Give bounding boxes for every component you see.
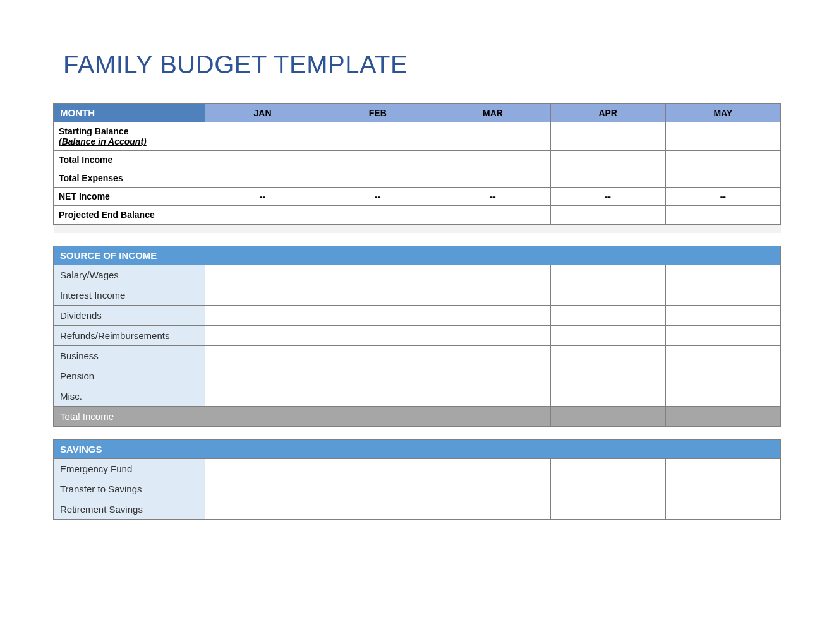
cell[interactable] (665, 122, 780, 151)
cell[interactable] (320, 346, 435, 366)
cell[interactable] (665, 285, 780, 306)
cell[interactable] (205, 386, 320, 407)
cell[interactable] (550, 459, 665, 479)
month-col-feb: FEB (320, 104, 435, 122)
cell[interactable] (550, 122, 665, 151)
cell[interactable] (205, 151, 320, 169)
cell[interactable] (435, 326, 550, 346)
cell[interactable] (550, 346, 665, 366)
cell[interactable]: -- (320, 188, 435, 206)
cell[interactable] (435, 366, 550, 386)
cell[interactable] (435, 346, 550, 366)
cell[interactable] (550, 366, 665, 386)
income-total-row: Total Income (54, 407, 781, 427)
income-table: SOURCE OF INCOME Salary/Wages Interest I… (53, 246, 781, 427)
cell[interactable] (665, 346, 780, 366)
cell[interactable] (320, 151, 435, 169)
cell[interactable] (550, 206, 665, 224)
cell[interactable] (550, 285, 665, 306)
savings-label: Emergency Fund (54, 459, 205, 479)
summary-row-total-income: Total Income (54, 151, 781, 169)
cell[interactable] (550, 306, 665, 326)
income-header: SOURCE OF INCOME (54, 246, 781, 265)
cell[interactable]: -- (205, 188, 320, 206)
cell[interactable] (550, 499, 665, 520)
income-label: Refunds/Reimbursements (54, 326, 205, 346)
cell[interactable] (320, 479, 435, 499)
cell[interactable] (665, 386, 780, 407)
cell[interactable] (435, 206, 550, 224)
cell[interactable] (320, 366, 435, 386)
income-total-label: Total Income (54, 407, 205, 427)
cell[interactable] (435, 122, 550, 151)
cell[interactable] (435, 499, 550, 520)
cell[interactable] (665, 366, 780, 386)
cell[interactable] (320, 122, 435, 151)
savings-table: SAVINGS Emergency Fund Transfer to Savin… (53, 439, 781, 520)
income-label: Dividends (54, 306, 205, 326)
cell[interactable] (665, 151, 780, 169)
row-sublabel-text: (Balance in Account) (59, 136, 200, 146)
cell[interactable] (665, 169, 780, 188)
cell[interactable] (665, 326, 780, 346)
cell[interactable] (205, 346, 320, 366)
income-row: Dividends (54, 306, 781, 326)
row-label: Total Expenses (54, 169, 205, 188)
cell[interactable] (665, 499, 780, 520)
cell[interactable] (205, 366, 320, 386)
cell[interactable] (665, 459, 780, 479)
cell[interactable] (665, 479, 780, 499)
cell[interactable] (320, 169, 435, 188)
cell[interactable] (320, 306, 435, 326)
cell[interactable] (550, 265, 665, 285)
cell[interactable] (435, 306, 550, 326)
cell[interactable] (665, 306, 780, 326)
cell (665, 407, 780, 427)
cell[interactable] (435, 265, 550, 285)
cell[interactable] (435, 479, 550, 499)
cell[interactable] (205, 265, 320, 285)
cell[interactable] (435, 386, 550, 407)
income-row: Pension (54, 366, 781, 386)
cell[interactable] (550, 169, 665, 188)
savings-header-row: SAVINGS (54, 440, 781, 459)
cell[interactable] (205, 306, 320, 326)
cell[interactable] (320, 459, 435, 479)
month-col-may: MAY (665, 104, 780, 122)
cell (320, 407, 435, 427)
cell[interactable] (205, 479, 320, 499)
cell[interactable] (205, 206, 320, 224)
savings-row: Retirement Savings (54, 499, 781, 520)
income-row: Refunds/Reimbursements (54, 326, 781, 346)
cell[interactable] (320, 499, 435, 520)
cell[interactable] (550, 326, 665, 346)
cell[interactable]: -- (665, 188, 780, 206)
cell[interactable]: -- (550, 188, 665, 206)
summary-row-total-expenses: Total Expenses (54, 169, 781, 188)
savings-header: SAVINGS (54, 440, 781, 459)
cell[interactable] (320, 386, 435, 407)
cell[interactable] (205, 326, 320, 346)
cell[interactable] (435, 169, 550, 188)
cell[interactable] (320, 206, 435, 224)
cell[interactable] (665, 206, 780, 224)
row-label: Total Income (54, 151, 205, 169)
cell[interactable]: -- (435, 188, 550, 206)
cell[interactable] (550, 151, 665, 169)
cell[interactable] (320, 326, 435, 346)
cell[interactable] (205, 169, 320, 188)
summary-row-projected-end: Projected End Balance (54, 206, 781, 224)
cell[interactable] (665, 265, 780, 285)
cell[interactable] (435, 151, 550, 169)
cell[interactable] (320, 265, 435, 285)
cell[interactable] (550, 479, 665, 499)
cell[interactable] (205, 459, 320, 479)
row-label: NET Income (54, 188, 205, 206)
cell[interactable] (320, 285, 435, 306)
cell[interactable] (435, 459, 550, 479)
cell[interactable] (435, 285, 550, 306)
cell[interactable] (205, 499, 320, 520)
cell[interactable] (205, 285, 320, 306)
cell[interactable] (205, 122, 320, 151)
cell[interactable] (550, 386, 665, 407)
